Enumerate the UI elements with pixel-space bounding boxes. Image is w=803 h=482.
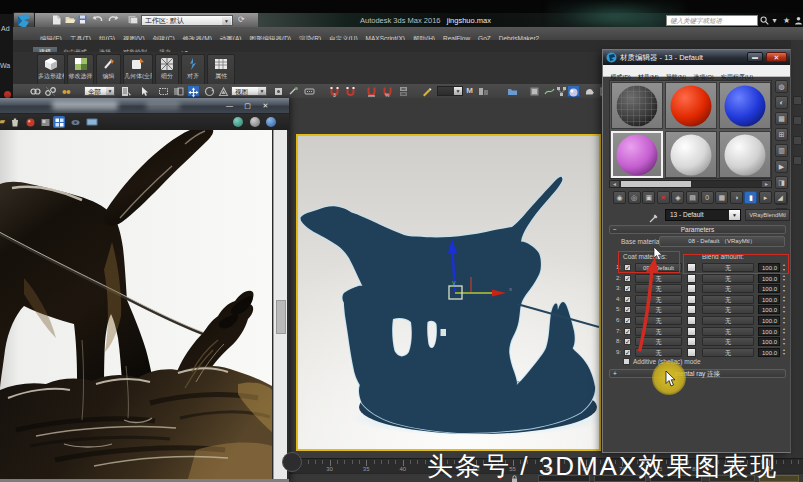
show-end-result-icon[interactable]: ◑: [730, 191, 743, 204]
unlink-icon[interactable]: [44, 85, 57, 97]
star-icon[interactable]: ★: [781, 15, 792, 26]
named-selection-sets-combo[interactable]: ▼: [437, 86, 463, 96]
select-object-icon[interactable]: [138, 85, 151, 97]
coat-row-checkbox[interactable]: ✓: [624, 296, 631, 303]
blend-map-button[interactable]: 无: [702, 274, 754, 283]
coat-row-checkbox[interactable]: ✓: [624, 285, 631, 292]
put-material-icon[interactable]: ◎: [628, 191, 641, 204]
blend-amount-field[interactable]: 100.0: [758, 348, 780, 357]
put-to-library-icon[interactable]: ▤: [686, 191, 699, 204]
graphite-icon[interactable]: [528, 85, 541, 97]
infocenter-search-input[interactable]: 键入关键字或短语: [666, 15, 758, 26]
coat-row-checkbox[interactable]: ✓: [624, 275, 631, 282]
percent-snap-icon[interactable]: %: [381, 85, 394, 97]
align-tool-icon[interactable]: [477, 85, 490, 97]
workspace-reset-icon[interactable]: ⟳: [238, 15, 245, 24]
slots-scrollbar-thumb[interactable]: [621, 181, 691, 187]
video-color-check-icon[interactable]: ▥: [775, 144, 788, 157]
reset-map-icon[interactable]: ✕: [657, 191, 670, 204]
scroll-right-arrow[interactable]: ►: [762, 181, 771, 187]
blend-amount-spinner[interactable]: ▲▼: [781, 284, 787, 293]
blend-color-swatch[interactable]: [687, 337, 696, 346]
coat-row-checkbox[interactable]: ✓: [624, 306, 631, 313]
edit-selection-pencil-icon[interactable]: [420, 85, 433, 97]
keyboard-override-icon[interactable]: [303, 85, 316, 97]
bind-spacewarp-icon[interactable]: [60, 85, 73, 97]
ribbon-button-5[interactable]: 细分: [155, 54, 179, 85]
options-icon[interactable]: ◨: [775, 176, 788, 189]
blend-color-swatch[interactable]: [687, 274, 696, 283]
ribbon-button-6[interactable]: 对齐: [181, 54, 205, 85]
mirror-icon[interactable]: M: [463, 85, 476, 97]
backlight-icon[interactable]: ◐: [775, 96, 788, 109]
photo-minimize-button[interactable]: —: [222, 100, 237, 111]
thumbnail-view-icon[interactable]: [53, 116, 65, 128]
go-forward-icon[interactable]: ▸: [759, 191, 772, 204]
material-editor-titlebar[interactable]: 材质编辑器 - 13 - Default ▬ ✕: [603, 50, 790, 65]
undo-icon[interactable]: [92, 15, 103, 25]
photo-close-button[interactable]: ✕: [258, 100, 273, 111]
open-file-icon[interactable]: [65, 15, 76, 25]
user-icon[interactable]: [793, 15, 803, 26]
sample-slot-dark[interactable]: [611, 82, 663, 129]
ribbon-button-1[interactable]: 多边形建模: [37, 54, 65, 85]
material-id-icon[interactable]: 0: [701, 191, 714, 204]
scroll-left-arrow[interactable]: ◄: [610, 181, 619, 187]
base-material-button[interactable]: 08 - Default （VRayMtl）: [659, 236, 785, 247]
photo-scrollbar-thumb[interactable]: [276, 300, 286, 334]
blend-color-swatch[interactable]: [687, 348, 696, 357]
photo-nav-float-button[interactable]: [282, 452, 302, 472]
blend-map-button[interactable]: 无: [702, 327, 754, 336]
additive-checkbox[interactable]: [623, 358, 630, 365]
coat-row-checkbox[interactable]: ✓: [624, 328, 631, 335]
dropdown-icon[interactable]: ▾: [769, 15, 780, 26]
spinner-snap-icon[interactable]: [397, 85, 410, 97]
blend-map-button[interactable]: 无: [702, 316, 754, 325]
reference-coordsys-combo[interactable]: 视图▼: [231, 86, 267, 96]
select-by-name-icon[interactable]: [120, 85, 133, 97]
view-mode-icon[interactable]: [69, 116, 81, 128]
reference-coordsys-arrow[interactable]: ▼: [258, 87, 266, 95]
rotate-right-circle[interactable]: [266, 117, 276, 127]
snap-25d-icon[interactable]: [344, 85, 357, 97]
blend-amount-field[interactable]: 100.0: [758, 316, 780, 325]
select-manipulate-icon[interactable]: [287, 85, 300, 97]
blend-color-swatch[interactable]: [687, 284, 696, 293]
prev-icon[interactable]: [39, 116, 51, 128]
select-link-icon[interactable]: [29, 85, 42, 97]
selection-filter-combo[interactable]: 全部▼: [84, 86, 115, 96]
material-editor-minimize-button[interactable]: ▬: [747, 52, 763, 62]
blend-amount-spinner[interactable]: ▲▼: [781, 337, 787, 346]
blend-color-swatch[interactable]: [687, 305, 696, 314]
angle-snap-icon[interactable]: [365, 85, 378, 97]
window-crossing-icon[interactable]: [172, 85, 185, 97]
parameters-rollout-header[interactable]: − Parameters: [609, 225, 786, 234]
blend-amount-spinner[interactable]: ▲▼: [781, 316, 787, 325]
blend-amount-spinner[interactable]: ▲▼: [781, 295, 787, 304]
blend-amount-field[interactable]: 100.0: [758, 274, 780, 283]
material-editor-icon[interactable]: [567, 85, 580, 97]
project-folder-icon[interactable]: [128, 15, 139, 25]
select-rotate-icon[interactable]: [203, 85, 216, 97]
select-move-icon[interactable]: [187, 85, 200, 97]
named-sets-combo-arrow[interactable]: ▼: [454, 87, 462, 95]
ribbon-button-2[interactable]: 修改选择: [67, 54, 94, 85]
screen-icon[interactable]: [84, 116, 100, 128]
blend-amount-field[interactable]: 100.0: [758, 295, 780, 304]
blend-map-button[interactable]: 无: [702, 284, 754, 293]
new-file-icon[interactable]: [52, 15, 63, 25]
blend-color-swatch[interactable]: [687, 327, 696, 336]
blend-amount-field[interactable]: 100.0: [758, 327, 780, 336]
viewport-front-view[interactable]: y x: [296, 134, 601, 451]
snap-3d-icon[interactable]: 3: [328, 85, 341, 97]
pick-material-eyedropper-icon[interactable]: [649, 209, 661, 221]
blend-amount-spinner[interactable]: ▲▼: [781, 274, 787, 283]
sample-slot-magenta[interactable]: [611, 131, 663, 178]
select-scale-icon[interactable]: [217, 85, 230, 97]
save-icon[interactable]: [78, 15, 89, 25]
blend-amount-spinner[interactable]: ▲▼: [781, 348, 787, 357]
photo-window-titlebar[interactable]: — ▢ ✕: [0, 98, 289, 114]
coat-row-checkbox[interactable]: ✓: [624, 349, 631, 356]
blend-amount-field[interactable]: 100.0: [758, 284, 780, 293]
background-icon[interactable]: ▩: [775, 112, 788, 125]
